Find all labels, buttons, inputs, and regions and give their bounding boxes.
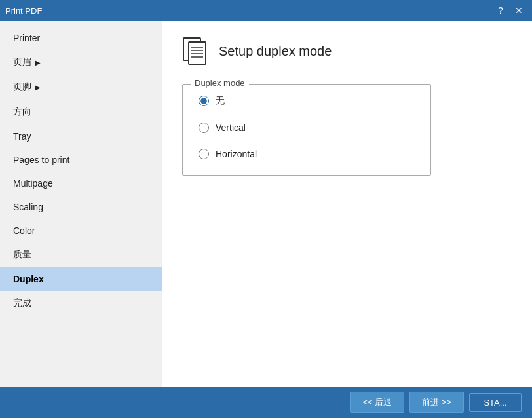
sidebar: Printer页眉▶页脚▶方向TrayPages to printMultipa…	[0, 21, 162, 387]
radio-horizontal[interactable]	[199, 149, 209, 159]
duplex-icon	[182, 37, 208, 66]
title-bar-controls: ? ✕	[493, 3, 527, 18]
sidebar-item-direction[interactable]: 方向	[0, 100, 162, 124]
footer: << 后退 前进 >> STA...	[0, 387, 532, 418]
content-title: Setup duplex mode	[219, 44, 332, 59]
radio-vertical-label[interactable]: Vertical	[216, 123, 246, 133]
sidebar-item-quality[interactable]: 质量	[0, 242, 162, 267]
sidebar-item-duplex[interactable]: Duplex	[0, 267, 162, 291]
duplex-mode-group: Duplex mode 无 Vertical Horizontal	[182, 84, 431, 176]
content-header: Setup duplex mode	[182, 37, 512, 66]
main-area: Printer页眉▶页脚▶方向TrayPages to printMultipa…	[0, 21, 532, 387]
next-button[interactable]: 前进 >>	[409, 392, 464, 413]
radio-none[interactable]	[199, 96, 209, 106]
back-button[interactable]: << 后退	[350, 392, 404, 413]
sidebar-item-scaling[interactable]: Scaling	[0, 195, 162, 219]
help-button[interactable]: ?	[493, 3, 508, 18]
sidebar-item-finish[interactable]: 完成	[0, 291, 162, 316]
radio-horizontal-label[interactable]: Horizontal	[216, 149, 257, 159]
svg-rect-1	[189, 42, 206, 64]
sidebar-arrow-icon: ▶	[35, 59, 41, 66]
sidebar-item-page-header[interactable]: 页眉▶	[0, 50, 162, 75]
sidebar-item-color[interactable]: Color	[0, 219, 162, 242]
sidebar-item-printer[interactable]: Printer	[0, 26, 162, 50]
sidebar-item-page-footer[interactable]: 页脚▶	[0, 75, 162, 100]
sidebar-arrow-icon: ▶	[35, 84, 41, 91]
radio-vertical[interactable]	[199, 123, 209, 133]
close-button[interactable]: ✕	[511, 3, 527, 18]
sidebar-item-multipage[interactable]: Multipage	[0, 172, 162, 195]
sidebar-item-pages-to-print[interactable]: Pages to print	[0, 148, 162, 172]
group-legend: Duplex mode	[191, 78, 249, 88]
content-area: Setup duplex mode Duplex mode 无 Vertical…	[162, 21, 532, 387]
radio-none-label[interactable]: 无	[216, 95, 225, 107]
start-button[interactable]: STA...	[469, 393, 522, 412]
radio-option-horizontal[interactable]: Horizontal	[199, 149, 415, 159]
radio-option-none[interactable]: 无	[199, 95, 415, 107]
title-bar: Print PDF ? ✕	[0, 0, 532, 21]
sidebar-item-tray[interactable]: Tray	[0, 124, 162, 148]
radio-option-vertical[interactable]: Vertical	[199, 123, 415, 133]
window-title: Print PDF	[5, 6, 42, 16]
